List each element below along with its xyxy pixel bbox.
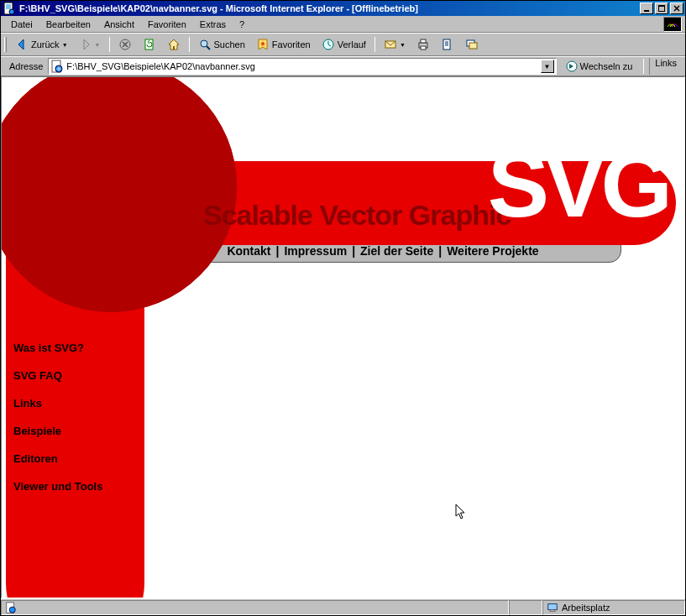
menu-help[interactable]: ?	[233, 18, 251, 31]
side-nav: Was ist SVG? SVG FAQ Links Beispiele Edi…	[13, 342, 102, 508]
ie-throbber-icon	[663, 17, 682, 32]
address-label: Adresse	[8, 61, 45, 71]
history-label: Verlauf	[338, 39, 366, 50]
ie-window: F:\BHV_SVG\Beispiele\KAP02\navbanner.svg…	[0, 0, 686, 616]
menu-datei[interactable]: Datei	[4, 18, 39, 31]
history-button[interactable]: Verlauf	[317, 35, 370, 54]
svg-rect-24	[550, 609, 554, 611]
ie-page-icon	[50, 60, 64, 73]
nav-kontakt[interactable]: Kontakt	[227, 244, 270, 258]
svg-point-22	[9, 607, 15, 613]
status-main	[1, 600, 509, 615]
svg-rect-14	[421, 46, 426, 50]
maximize-button[interactable]	[655, 3, 668, 14]
svg-rect-13	[421, 39, 426, 43]
nav-projekte[interactable]: Weitere Projekte	[447, 244, 538, 258]
svg-point-9	[201, 40, 207, 47]
statusbar: Arbeitsplatz	[1, 598, 685, 615]
address-bar: Adresse F:\BHV_SVG\Beispiele\KAP02\navba…	[1, 56, 685, 76]
logo-text: SVG	[488, 143, 668, 226]
discuss-button[interactable]	[461, 35, 483, 54]
go-button[interactable]: Wechseln zu	[560, 58, 639, 75]
minimize-button[interactable]	[640, 3, 653, 14]
back-label: Zurück	[31, 39, 60, 50]
nav-impressum[interactable]: Impressum	[284, 244, 347, 258]
refresh-button[interactable]	[139, 35, 160, 54]
mouse-cursor-icon	[455, 504, 469, 520]
menu-favoriten[interactable]: Favoriten	[141, 18, 193, 31]
svg-document: Kontakt| Impressum| Ziel der Seite| Weit…	[2, 77, 684, 598]
menu-ansicht[interactable]: Ansicht	[97, 18, 141, 31]
search-button[interactable]: Suchen	[194, 35, 249, 54]
menu-extras[interactable]: Extras	[193, 18, 233, 31]
status-zone-text: Arbeitsplatz	[562, 603, 610, 613]
side-was-ist-svg[interactable]: Was ist SVG?	[13, 342, 102, 354]
favorites-button[interactable]: Favoriten	[252, 35, 315, 54]
go-label: Wechseln zu	[580, 61, 633, 71]
side-viewer[interactable]: Viewer und Tools	[13, 480, 102, 493]
tagline-text: Scalable Vector Graphic	[203, 199, 511, 232]
print-button[interactable]	[412, 35, 434, 54]
svg-rect-25	[549, 611, 557, 612]
svg-rect-23	[548, 603, 558, 609]
titlebar: F:\BHV_SVG\Beispiele\KAP02\navbanner.svg…	[1, 1, 685, 16]
links-toolbar[interactable]: Links	[649, 58, 682, 75]
svg-rect-4	[658, 5, 665, 7]
svg-rect-17	[469, 43, 477, 49]
forward-button[interactable]: ▼	[75, 35, 105, 54]
address-dropdown-button[interactable]: ▼	[541, 60, 554, 73]
mail-button[interactable]: ▼	[380, 35, 410, 54]
ie-page-icon	[5, 602, 17, 613]
edit-button[interactable]	[437, 35, 458, 54]
favorites-label: Favoriten	[272, 39, 311, 50]
side-svg-faq[interactable]: SVG FAQ	[13, 369, 102, 382]
address-value: F:\BHV_SVG\Beispiele\KAP02\navbanner.svg	[66, 61, 540, 71]
toolbar-grip[interactable]	[4, 37, 7, 52]
links-label: Links	[655, 58, 677, 68]
side-links[interactable]: Links	[13, 397, 102, 410]
nav-ziel[interactable]: Ziel der Seite	[360, 244, 433, 258]
svg-rect-15	[443, 39, 450, 50]
menubar: Datei Bearbeiten Ansicht Favoriten Extra…	[1, 16, 685, 33]
stop-button[interactable]	[114, 35, 136, 54]
svg-rect-8	[173, 46, 175, 50]
svg-rect-2	[644, 10, 649, 12]
back-button[interactable]: Zurück ▼	[11, 35, 72, 54]
address-combo[interactable]: F:\BHV_SVG\Beispiele\KAP02\navbanner.svg…	[48, 58, 556, 75]
status-zone: Arbeitsplatz	[542, 600, 685, 615]
content-viewport: Kontakt| Impressum| Ziel der Seite| Weit…	[1, 76, 685, 598]
window-title: F:\BHV_SVG\Beispiele\KAP02\navbanner.svg…	[19, 3, 640, 13]
status-spacer	[509, 600, 542, 615]
corner-circle-shape	[1, 76, 237, 312]
side-editoren[interactable]: Editoren	[13, 452, 102, 465]
search-label: Suchen	[214, 39, 245, 50]
close-button[interactable]	[670, 3, 683, 14]
side-beispiele[interactable]: Beispiele	[13, 425, 102, 437]
home-button[interactable]	[163, 35, 185, 54]
svg-point-1	[9, 9, 14, 14]
my-computer-icon	[547, 602, 558, 613]
toolbar: Zurück ▼ ▼ Suchen Favoriten Verlauf	[1, 33, 685, 56]
ie-page-icon	[3, 2, 16, 15]
menu-bearbeiten[interactable]: Bearbeiten	[39, 18, 97, 31]
